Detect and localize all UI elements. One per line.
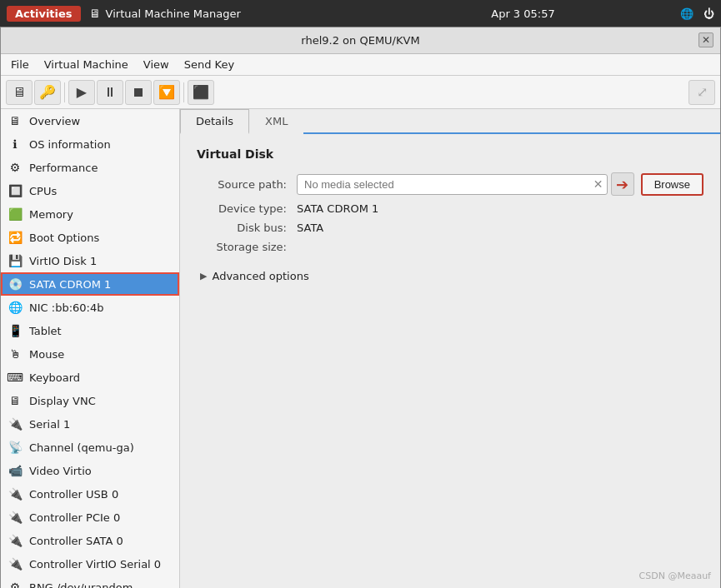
sidebar-item-label: Tablet bbox=[29, 325, 62, 337]
sidebar-item-controller-sata[interactable]: 🔌 Controller SATA 0 bbox=[1, 529, 179, 552]
os-info-icon: ℹ bbox=[8, 137, 23, 152]
source-path-input-wrap: ✕ bbox=[297, 174, 608, 195]
sidebar-item-cpus[interactable]: 🔲 CPUs bbox=[1, 179, 179, 202]
vm-icon: 🖥 bbox=[89, 7, 101, 20]
main-window: rhel9.2 on QEMU/KVM ✕ File Virtual Machi… bbox=[0, 27, 721, 588]
sidebar-item-label: Channel (qemu-ga) bbox=[29, 441, 134, 454]
toolbar-monitor-btn[interactable]: 🖥 bbox=[6, 80, 33, 105]
virtual-disk-panel: Virtual Disk Source path: ✕ ➔ Browse Dev… bbox=[180, 134, 720, 299]
menu-file[interactable]: File bbox=[4, 57, 36, 72]
sata-cdrom-icon: 💿 bbox=[8, 277, 23, 292]
controller-pcie-icon: 🔌 bbox=[8, 510, 23, 525]
sidebar-item-controller-pcie[interactable]: 🔌 Controller PCIe 0 bbox=[1, 506, 179, 529]
sidebar-item-keyboard[interactable]: ⌨ Keyboard bbox=[1, 366, 179, 389]
tab-xml[interactable]: XML bbox=[249, 109, 303, 134]
toolbar-fullscreen-btn[interactable]: ⬛ bbox=[188, 80, 214, 105]
content-area: Details XML Virtual Disk Source path: ✕ … bbox=[180, 109, 720, 588]
controller-usb-icon: 🔌 bbox=[8, 486, 23, 501]
clock-display: Apr 3 05:57 bbox=[491, 7, 555, 20]
source-path-input[interactable] bbox=[298, 175, 590, 194]
activities-button[interactable]: Activities bbox=[7, 6, 81, 22]
top-bar: Activities 🖥 Virtual Machine Manager Apr… bbox=[0, 0, 721, 27]
channel-qemu-icon: 📡 bbox=[8, 440, 23, 455]
sidebar-item-controller-usb[interactable]: 🔌 Controller USB 0 bbox=[1, 482, 179, 506]
toolbar-separator-2 bbox=[183, 82, 184, 102]
sidebar-item-serial1[interactable]: 🔌 Serial 1 bbox=[1, 412, 179, 436]
source-path-row: Source path: ✕ ➔ Browse bbox=[197, 172, 703, 196]
sidebar-item-label: Display VNC bbox=[29, 395, 96, 407]
toolbar-separator-1 bbox=[64, 82, 65, 102]
overview-icon: 🖥 bbox=[8, 113, 23, 128]
performance-icon: ⚙ bbox=[8, 160, 23, 175]
network-icon[interactable]: 🌐 bbox=[680, 7, 693, 20]
sidebar-item-performance[interactable]: ⚙ Performance bbox=[1, 156, 179, 179]
sidebar-item-overview[interactable]: 🖥 Overview bbox=[1, 109, 179, 132]
vm-manager-label: 🖥 Virtual Machine Manager bbox=[89, 7, 241, 20]
keyboard-icon: ⌨ bbox=[8, 370, 23, 385]
sidebar-item-tablet[interactable]: 📱 Tablet bbox=[1, 319, 179, 342]
storage-size-row: Storage size: bbox=[197, 241, 703, 253]
virtio-disk-icon: 💾 bbox=[8, 253, 23, 268]
menu-send-key[interactable]: Send Key bbox=[178, 57, 241, 72]
clear-source-button[interactable]: ✕ bbox=[590, 176, 607, 192]
sidebar-item-label: SATA CDROM 1 bbox=[29, 278, 111, 291]
sidebar-item-label: Boot Options bbox=[29, 232, 99, 244]
browse-button[interactable]: Browse bbox=[641, 173, 703, 196]
device-type-value: SATA CDROM 1 bbox=[297, 202, 378, 215]
sidebar-item-label: CPUs bbox=[29, 185, 57, 197]
sidebar-item-mouse[interactable]: 🖱 Mouse bbox=[1, 342, 179, 366]
display-vnc-icon: 🖥 bbox=[8, 393, 23, 408]
menu-virtual-machine[interactable]: Virtual Machine bbox=[38, 57, 135, 72]
sidebar-item-rng[interactable]: ⚙ RNG /dev/urandom bbox=[1, 576, 179, 588]
arrow-button[interactable]: ➔ bbox=[611, 172, 634, 196]
disk-bus-row: Disk bus: SATA bbox=[197, 222, 703, 234]
sidebar-item-label: Controller VirtIO Serial 0 bbox=[29, 558, 161, 571]
sidebar-item-sata-cdrom[interactable]: 💿 SATA CDROM 1 bbox=[1, 272, 179, 296]
toolbar-dropdown-btn[interactable]: 🔽 bbox=[153, 80, 180, 105]
sidebar-item-label: Overview bbox=[29, 115, 80, 127]
advanced-options-toggle[interactable]: ▶ Advanced options bbox=[197, 267, 703, 286]
cpus-icon: 🔲 bbox=[8, 183, 23, 198]
titlebar: rhel9.2 on QEMU/KVM ✕ bbox=[1, 27, 720, 54]
sidebar-item-video-virtio[interactable]: 📹 Video Virtio bbox=[1, 459, 179, 482]
sidebar-item-label: Video Virtio bbox=[29, 465, 92, 477]
sidebar-item-label: Serial 1 bbox=[29, 418, 70, 431]
sidebar-item-label: NIC :bb:60:4b bbox=[29, 301, 103, 314]
toolbar-resize-btn[interactable]: ⤢ bbox=[688, 80, 715, 105]
toolbar-stop-btn[interactable]: ⏹ bbox=[125, 80, 152, 105]
sidebar-item-boot-options[interactable]: 🔁 Boot Options bbox=[1, 226, 179, 249]
controller-sata-icon: 🔌 bbox=[8, 533, 23, 548]
serial1-icon: 🔌 bbox=[8, 416, 23, 431]
toolbar-key-btn[interactable]: 🔑 bbox=[34, 80, 61, 105]
video-virtio-icon: 📹 bbox=[8, 463, 23, 478]
toolbar-pause-btn[interactable]: ⏸ bbox=[97, 80, 123, 105]
sidebar-item-display-vnc[interactable]: 🖥 Display VNC bbox=[1, 389, 179, 412]
sidebar-item-label: Memory bbox=[29, 208, 73, 221]
memory-icon: 🟩 bbox=[8, 207, 23, 222]
topbar-icons: 🌐 ⏻ bbox=[680, 7, 714, 20]
sidebar-item-label: RNG /dev/urandom bbox=[29, 581, 133, 589]
sidebar-item-label: Controller SATA 0 bbox=[29, 535, 123, 547]
sidebar-item-os-information[interactable]: ℹ OS information bbox=[1, 132, 179, 156]
close-button[interactable]: ✕ bbox=[698, 32, 713, 47]
tab-bar: Details XML bbox=[180, 109, 720, 134]
sidebar-item-label: Mouse bbox=[29, 348, 64, 361]
sidebar-item-channel-qemu[interactable]: 📡 Channel (qemu-ga) bbox=[1, 436, 179, 459]
tab-details[interactable]: Details bbox=[180, 109, 249, 134]
watermark: CSDN @Meaauf bbox=[639, 571, 711, 581]
sidebar-item-label: Controller PCIe 0 bbox=[29, 511, 120, 524]
sidebar-item-virtio-disk[interactable]: 💾 VirtIO Disk 1 bbox=[1, 249, 179, 272]
sidebar-item-nic[interactable]: 🌐 NIC :bb:60:4b bbox=[1, 296, 179, 319]
power-icon[interactable]: ⏻ bbox=[703, 7, 714, 20]
sidebar-item-controller-virtio-serial[interactable]: 🔌 Controller VirtIO Serial 0 bbox=[1, 552, 179, 576]
toolbar-play-btn[interactable]: ▶ bbox=[68, 80, 95, 105]
menu-view[interactable]: View bbox=[137, 57, 176, 72]
toolbar: 🖥 🔑 ▶ ⏸ ⏹ 🔽 ⬛ ⤢ bbox=[1, 76, 720, 109]
disk-bus-label: Disk bus: bbox=[197, 222, 297, 234]
section-title: Virtual Disk bbox=[197, 147, 703, 161]
controller-virtio-serial-icon: 🔌 bbox=[8, 556, 23, 571]
source-path-label: Source path: bbox=[197, 178, 297, 191]
sidebar-item-memory[interactable]: 🟩 Memory bbox=[1, 202, 179, 226]
main-area: 🖥 Overview ℹ OS information ⚙ Performanc… bbox=[1, 109, 720, 588]
sidebar-item-label: VirtIO Disk 1 bbox=[29, 255, 97, 267]
